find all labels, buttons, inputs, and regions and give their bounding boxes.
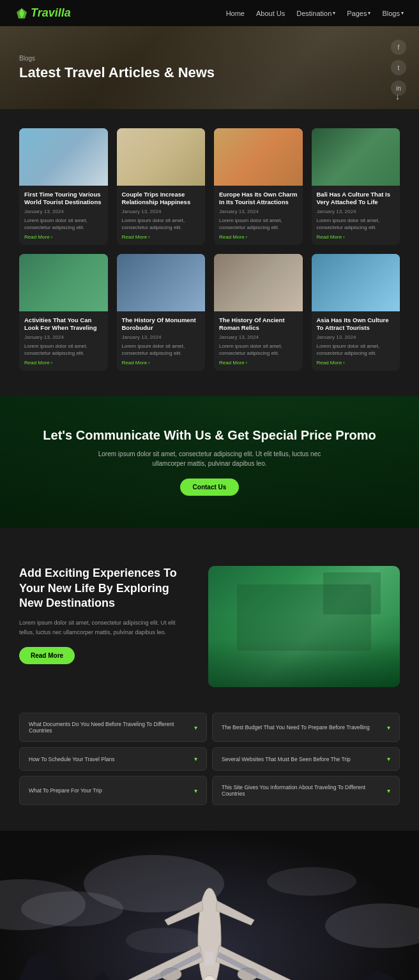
card-text: Lorem ipsum dolor sit amet, consectetur …: [122, 217, 201, 231]
blog-cards-grid-row2: Activities That You Can Look For When Tr…: [19, 254, 400, 371]
blog-card[interactable]: Asia Has Its Own Culture To Attract Tour…: [312, 254, 400, 371]
faq-label: Several Websites That Must Be Seen Befor…: [222, 756, 382, 762]
faq-label: What To Prepare For Your Trip: [29, 787, 189, 794]
read-more-link[interactable]: Read More ›: [122, 360, 201, 366]
card-date: January 13, 2024: [122, 209, 201, 214]
nav-logo[interactable]: Travilla: [15, 6, 71, 20]
card-title: Asia Has Its Own Culture To Attract Tour…: [317, 316, 395, 332]
read-more-link[interactable]: Read More ›: [24, 234, 103, 240]
blog-card[interactable]: Activities That You Can Look For When Tr…: [19, 254, 108, 371]
card-image: [117, 128, 206, 186]
destinations-image: [208, 566, 400, 687]
nav-blogs[interactable]: Blogs▾: [382, 10, 404, 17]
faq-item[interactable]: How To Schedule Your Travel Plans ▾: [19, 747, 207, 771]
faq-item[interactable]: Several Websites That Must Be Seen Befor…: [212, 747, 400, 771]
blog-card[interactable]: Bali Has A Culture That Is Very Attached…: [312, 128, 400, 245]
card-image: [312, 128, 400, 186]
destinations-photo: [208, 566, 400, 687]
scroll-down-icon[interactable]: ↓: [395, 91, 400, 101]
card-date: January 13, 2024: [122, 334, 201, 340]
facebook-icon[interactable]: f: [391, 40, 406, 55]
card-date: January 13, 2024: [24, 334, 103, 340]
card-title: Activities That You Can Look For When Tr…: [24, 316, 103, 332]
cta-section: Let's Communicate With Us & Get Special …: [0, 396, 419, 528]
breadcrumb: Blogs: [19, 55, 400, 62]
card-text: Lorem ipsum dolor sit amet, consectetur …: [317, 217, 395, 231]
chevron-down-icon: ▾: [387, 787, 390, 794]
blog-card[interactable]: Couple Trips Increase Relationship Happi…: [117, 128, 206, 245]
blog-cards-grid: First Time Touring Various World Tourist…: [19, 128, 400, 245]
card-title: First Time Touring Various World Tourist…: [24, 191, 103, 207]
chevron-down-icon: ▾: [401, 10, 404, 16]
faq-item[interactable]: The Best Budget That You Need To Prepare…: [212, 713, 400, 742]
page-title: Latest Travel Articles & News: [19, 64, 400, 81]
chevron-down-icon: ▾: [387, 724, 390, 731]
blog-card[interactable]: First Time Touring Various World Tourist…: [19, 128, 108, 245]
card-title: Bali Has A Culture That Is Very Attached…: [317, 191, 395, 207]
arrow-right-icon: ›: [343, 234, 345, 240]
read-more-link[interactable]: Read More ›: [317, 234, 395, 240]
twitter-icon[interactable]: t: [391, 60, 406, 75]
card-body: First Time Touring Various World Tourist…: [19, 186, 108, 245]
faq-item[interactable]: This Site Gives You Information About Tr…: [212, 776, 400, 805]
destinations-text: Lorem ipsum dolor sit amet, consectetur …: [19, 618, 189, 637]
card-image: [117, 254, 206, 311]
cloud-2: [325, 903, 419, 948]
destinations-left: Add Exciting Experiences To Your New Lif…: [19, 566, 189, 664]
chevron-down-icon: ▾: [333, 10, 335, 16]
card-text: Lorem ipsum dolor sit amet, consectetur …: [122, 343, 201, 357]
chevron-down-icon: ▾: [387, 755, 390, 762]
card-image: [312, 254, 400, 311]
blog-card[interactable]: The History Of Ancient Roman Relics Janu…: [214, 254, 303, 371]
nav-about[interactable]: About Us: [256, 10, 285, 17]
read-more-link[interactable]: Read More ›: [219, 360, 298, 366]
chevron-down-icon: ▾: [194, 724, 197, 731]
faq-grid: What Documents Do You Need Before Travel…: [19, 713, 400, 805]
card-image: [19, 128, 108, 186]
read-more-link[interactable]: Read More ›: [24, 360, 103, 366]
card-body: Asia Has Its Own Culture To Attract Tour…: [312, 311, 400, 371]
nav-home[interactable]: Home: [226, 10, 245, 17]
read-more-link[interactable]: Read More ›: [122, 234, 201, 240]
read-more-link[interactable]: Read More ›: [219, 234, 298, 240]
faq-item[interactable]: What Documents Do You Need Before Travel…: [19, 713, 207, 742]
chevron-down-icon: ▾: [194, 787, 197, 794]
card-body: Europe Has Its Own Charm In Its Tourist …: [214, 186, 303, 245]
nav-destination[interactable]: Destination▾: [296, 10, 335, 17]
card-text: Lorem ipsum dolor sit amet, consectetur …: [24, 343, 103, 357]
card-title: The History Of Ancient Roman Relics: [219, 316, 298, 332]
blog-card[interactable]: The History Of Monument Borobudur Januar…: [117, 254, 206, 371]
card-body: Bali Has A Culture That Is Very Attached…: [312, 186, 400, 245]
arrow-right-icon: ›: [51, 360, 53, 366]
card-body: Couple Trips Increase Relationship Happi…: [117, 186, 206, 245]
chevron-down-icon: ▾: [194, 755, 197, 762]
faq-item[interactable]: What To Prepare For Your Trip ▾: [19, 776, 207, 805]
airplane-icon: [101, 863, 318, 980]
nav-links: Home About Us Destination▾ Pages▾ Blogs▾: [226, 10, 404, 17]
card-image: [19, 254, 108, 311]
card-date: January 13, 2024: [317, 209, 395, 214]
card-text: Lorem ipsum dolor sit amet, consectetur …: [24, 217, 103, 231]
destinations-inner: Add Exciting Experiences To Your New Lif…: [19, 566, 400, 687]
card-title: Couple Trips Increase Relationship Happi…: [122, 191, 201, 207]
arrow-right-icon: ›: [148, 360, 150, 366]
arrow-right-icon: ›: [246, 360, 248, 366]
nav-pages[interactable]: Pages▾: [347, 10, 370, 17]
read-more-link[interactable]: Read More ›: [317, 360, 395, 366]
destinations-section: Add Exciting Experiences To Your New Lif…: [0, 540, 419, 713]
contact-us-button[interactable]: Contact Us: [180, 479, 240, 496]
card-text: Lorem ipsum dolor sit amet, consectetur …: [317, 343, 395, 357]
arrow-right-icon: ›: [148, 234, 150, 240]
card-text: Lorem ipsum dolor sit amet, consectetur …: [219, 343, 298, 357]
plane-section: [0, 831, 419, 980]
card-image: [214, 128, 303, 186]
card-body: The History Of Ancient Roman Relics Janu…: [214, 311, 303, 371]
card-title: Europe Has Its Own Charm In Its Tourist …: [219, 191, 298, 207]
card-image: [214, 254, 303, 311]
card-date: January 13, 2024: [317, 334, 395, 340]
hero-social-links: f t in: [391, 40, 406, 96]
read-more-button[interactable]: Read More: [19, 647, 75, 664]
faq-label: The Best Budget That You Need To Prepare…: [222, 724, 382, 731]
blog-section: First Time Touring Various World Tourist…: [0, 109, 419, 390]
blog-card[interactable]: Europe Has Its Own Charm In Its Tourist …: [214, 128, 303, 245]
